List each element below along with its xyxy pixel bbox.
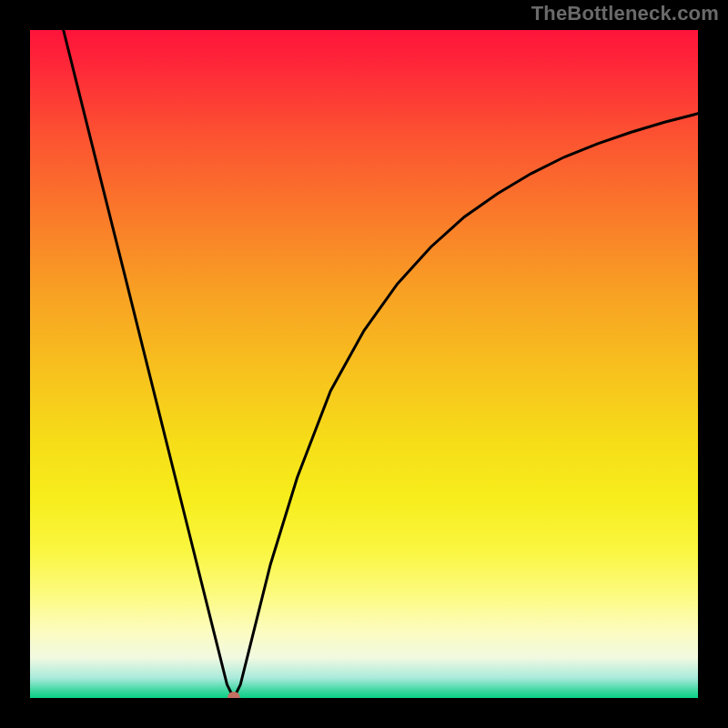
plot-area — [30, 30, 698, 698]
chart-frame: TheBottleneck.com — [0, 0, 728, 728]
plot-background-gradient — [30, 30, 698, 698]
watermark-text: TheBottleneck.com — [531, 2, 719, 25]
